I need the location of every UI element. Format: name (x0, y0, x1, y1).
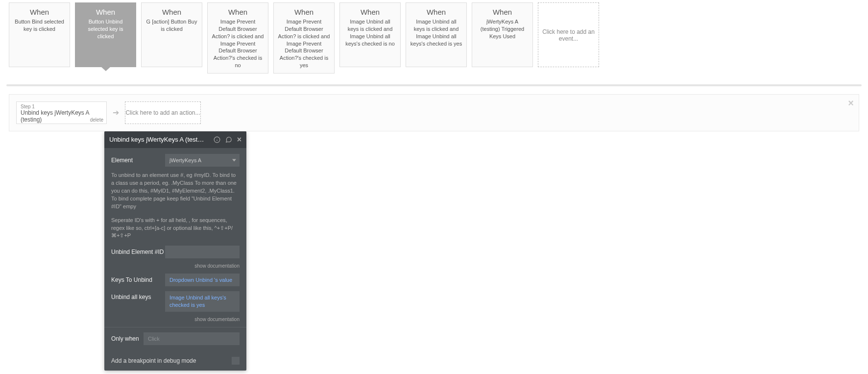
event-card-4[interactable]: WhenImage Prevent Default Browser Action… (273, 2, 335, 74)
note-unbind-info: To unbind to an element use #, eg #myID.… (111, 172, 240, 211)
unbind-all-keys-label: Unbind all keys (111, 291, 165, 300)
event-card-3[interactable]: WhenImage Prevent Default Browser Action… (207, 2, 268, 74)
property-panel: Unbind keys jWertyKeys A (testing)×Eleme… (104, 131, 246, 371)
unbind-element-input[interactable] (165, 246, 240, 258)
event-card-5[interactable]: WhenImage Unbind all keys is clicked and… (339, 2, 401, 67)
event-body: G [action] Button Buy is clicked (145, 18, 198, 33)
active-indicator-arrow (101, 67, 111, 71)
element-label: Element (111, 157, 165, 164)
step-1[interactable]: Step 1Unbind keys jWertyKeys A (testing)… (16, 101, 107, 124)
event-title: When (79, 8, 132, 16)
event-body: Image Unbind all keys is clicked and Ima… (344, 18, 396, 47)
event-title: When (212, 8, 264, 16)
panel-title: Unbind keys jWertyKeys A (testing) (109, 136, 205, 143)
event-body: Button Bind selected key is clicked (13, 18, 66, 33)
show-documentation-link[interactable]: show documentation (111, 263, 240, 269)
event-body: Image Prevent Default Browser Action? is… (278, 18, 330, 69)
breakpoint-checkbox[interactable] (232, 357, 240, 365)
info-icon[interactable] (214, 136, 220, 143)
chevron-down-icon (232, 159, 236, 161)
only-when-label: Only when (111, 335, 144, 342)
event-title: When (278, 8, 330, 16)
event-card-7[interactable]: WhenjWertyKeys A (testing) Triggered Key… (472, 2, 533, 67)
note-ids-info: Seperate ID's with + for all held, , for… (111, 217, 240, 240)
add-event[interactable]: Click here to add an event... (538, 2, 599, 67)
unbind-element-label: Unbind Element #ID (111, 249, 165, 255)
event-title: When (410, 8, 462, 16)
comment-icon[interactable] (225, 136, 232, 143)
step-delete[interactable]: delete (90, 117, 103, 123)
event-title: When (145, 8, 198, 16)
event-title: When (13, 8, 66, 16)
show-documentation-link-2[interactable]: show documentation (111, 317, 240, 322)
arrow-right-icon: ➔ (113, 108, 119, 117)
add-action[interactable]: Click here to add an action... (125, 101, 201, 124)
event-card-6[interactable]: WhenImage Unbind all keys is clicked and… (406, 2, 467, 67)
event-card-0[interactable]: WhenButton Bind selected key is clicked (9, 2, 70, 67)
steps-panel: Step 1Unbind keys jWertyKeys A (testing)… (9, 94, 859, 131)
element-value: jWertyKeys A (169, 157, 201, 163)
event-card-1[interactable]: WhenButton Unbind selected key is clicke… (75, 2, 136, 67)
divider (6, 84, 862, 86)
only-when-input[interactable]: Click (144, 332, 240, 345)
keys-to-unbind-label: Keys To Unbind (111, 276, 165, 283)
event-body: jWertyKeys A (testing) Triggered Keys Us… (476, 18, 529, 40)
close-icon[interactable]: × (848, 98, 854, 109)
event-body: Image Prevent Default Browser Action? is… (212, 18, 264, 69)
element-select[interactable]: jWertyKeys A (165, 154, 240, 167)
event-title: When (476, 8, 529, 16)
event-body: Image Unbind all keys is clicked and Ima… (410, 18, 462, 47)
step-number: Step 1 (21, 104, 102, 109)
close-panel-icon[interactable]: × (237, 135, 241, 144)
keys-to-unbind-value[interactable]: Dropdown Unbind 's value (165, 274, 240, 286)
event-card-2[interactable]: WhenG [action] Button Buy is clicked (141, 2, 202, 67)
breakpoint-label: Add a breakpoint in debug mode (111, 357, 196, 364)
event-title: When (344, 8, 396, 16)
unbind-all-keys-value[interactable]: Image Unbind all keys's checked is yes (165, 291, 240, 312)
event-body: Button Unbind selected key is clicked (79, 18, 132, 40)
